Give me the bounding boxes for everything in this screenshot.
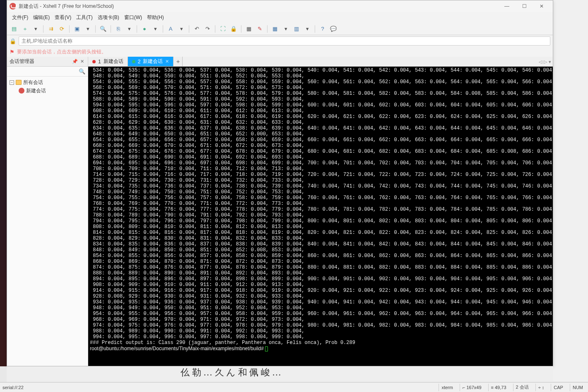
chat-icon[interactable]: 💬 [329, 24, 338, 34]
pin-icon[interactable]: 📌 [71, 59, 79, 64]
tab-2-label: 新建会话 [143, 58, 163, 65]
tab-bar: 1 新建会话 2 新建会话 ✕ ＋ ◁ ▷ ▾ [88, 57, 553, 67]
tip-text: 要添加当前会话，点击左侧的箭头按钮。 [17, 48, 106, 55]
tree-root-label: 所有会话 [23, 79, 43, 86]
tab-next-icon[interactable]: ▷ [544, 59, 547, 65]
maximize-button[interactable]: ☐ [516, 0, 533, 12]
pencil-icon[interactable]: ✎ [255, 24, 264, 34]
layout-icon[interactable]: ▥ [292, 24, 301, 34]
status-size: ⌐ 167x49 [460, 384, 484, 391]
desktop-left-strip [0, 0, 7, 366]
tab-prev-icon[interactable]: ◁ [539, 59, 542, 65]
folder-icon [16, 80, 22, 85]
terminal-output: 534: 0.004, 535: 0.004, 536: 0.004, 537:… [90, 67, 551, 352]
lock-icon[interactable]: 🔒 [229, 24, 238, 34]
address-bar: 🔒 [7, 35, 553, 47]
menu-file[interactable]: 文件(F) [10, 12, 31, 23]
search-icon[interactable]: 🔍 [99, 24, 108, 34]
dropdown4-icon[interactable]: ▾ [151, 24, 160, 34]
sidebar-header: 会话管理器 📌 ✕ [7, 57, 88, 67]
desktop-right-gap [553, 0, 588, 382]
dropdown3-icon[interactable]: ▾ [125, 24, 134, 34]
status-cap: CAP [551, 384, 566, 391]
grid-icon[interactable]: ▦ [270, 24, 280, 34]
tab-2-num: 2 [138, 59, 141, 65]
refresh-icon[interactable]: ⟳ [57, 24, 66, 34]
tree-root[interactable]: − 所有会话 [8, 78, 87, 87]
new-file-icon[interactable]: ▤ [10, 24, 19, 34]
menu-tabs[interactable]: 选项卡(B) [95, 12, 122, 23]
tab-1[interactable]: 1 新建会话 [88, 57, 128, 66]
sidebar-close-icon[interactable]: ✕ [79, 59, 85, 64]
status-num: NUM [570, 384, 586, 391]
font-icon[interactable]: A [166, 24, 175, 34]
titlebar[interactable]: 新建会话 - Xshell 7 (Free for Home/School) —… [7, 0, 553, 12]
status-position: ≡ 49,73 [488, 384, 509, 391]
new-tab-button[interactable]: ＋ [174, 57, 183, 66]
sidebar-search-row: 🔍 [7, 67, 88, 77]
toolbar: ▤ ＋ ▾ ⇉ ⟳ ▣ ▾ 🔍 ⎘ ▾ ● ▾ A ▾ ↶ ↷ ⛶ 🔒 ▦ ✎ … [7, 23, 553, 35]
help-icon[interactable]: ? [318, 24, 327, 34]
status-connection: serial://:22 [2, 385, 24, 390]
menubar: 文件(F) 编辑(E) 查看(V) 工具(T) 选项卡(B) 窗口(W) 帮助(… [7, 12, 553, 23]
status-bar: serial://:22 xterm ⌐ 167x49 ≡ 49,73 2 会话… [0, 382, 588, 392]
window-title: 新建会话 - Xshell 7 (Free for Home/School) [19, 3, 114, 10]
tab-status-icon [132, 60, 135, 63]
address-input[interactable] [19, 36, 550, 46]
sidebar-search-icon[interactable]: 🔍 [79, 68, 85, 75]
dropdown2-icon[interactable]: ▾ [83, 24, 92, 34]
status-term-type: xterm [439, 384, 455, 391]
close-button[interactable]: ✕ [533, 0, 550, 12]
main-area: 1 新建会话 2 新建会话 ✕ ＋ ◁ ▷ ▾ 534: 0.004, 535:… [88, 57, 553, 366]
status-extra: ÷ ↕ [535, 384, 547, 391]
menu-edit[interactable]: 编辑(E) [31, 12, 52, 23]
dropdown7-icon[interactable]: ▾ [303, 24, 312, 34]
menu-window[interactable]: 窗口(W) [122, 12, 145, 23]
tab-1-num: 1 [98, 59, 101, 65]
addr-lock-icon: 🔒 [10, 38, 16, 44]
dropdown6-icon[interactable]: ▾ [281, 24, 290, 34]
collapse-icon[interactable]: − [10, 80, 14, 85]
session-tree: − 所有会话 新建会话 [7, 77, 88, 366]
tab-status-icon [92, 60, 96, 63]
globe-icon[interactable]: ● [140, 24, 149, 34]
copy-icon[interactable]: ⎘ [114, 24, 123, 34]
tree-session-label: 新建会话 [26, 87, 46, 94]
tab-nav: ◁ ▷ ▾ [539, 57, 551, 67]
dropdown-icon[interactable]: ▾ [31, 24, 40, 34]
tab-menu-icon[interactable]: ▾ [549, 59, 551, 65]
link-icon[interactable]: ⇉ [46, 24, 55, 34]
ruler-icon[interactable]: ▦ [244, 24, 253, 34]
flag-icon: ⚑ [10, 49, 14, 55]
terminal-cursor [265, 346, 268, 351]
expand-icon[interactable]: ⛶ [218, 24, 227, 34]
sidebar: 会话管理器 📌 ✕ 🔍 − 所有会话 新建会话 [7, 57, 88, 366]
background-strip: 仫 勒 … 久 ん 和 佩 峻 … [7, 366, 553, 382]
terminal[interactable]: 534: 0.004, 535: 0.004, 536: 0.004, 537:… [88, 67, 553, 366]
forward-icon[interactable]: ↷ [203, 24, 212, 34]
folder-icon[interactable]: ▣ [72, 24, 82, 34]
dropdown5-icon[interactable]: ▾ [177, 24, 186, 34]
app-icon [10, 3, 16, 10]
tab-close-icon[interactable]: ✕ [165, 59, 169, 64]
back-icon[interactable]: ↶ [192, 24, 201, 34]
menu-tools[interactable]: 工具(T) [74, 12, 95, 23]
sidebar-title: 会话管理器 [10, 58, 34, 65]
session-icon [19, 88, 24, 94]
tree-session[interactable]: 新建会话 [8, 87, 87, 95]
body: 会话管理器 📌 ✕ 🔍 − 所有会话 新建会话 [7, 57, 553, 366]
menu-help[interactable]: 帮助(H) [145, 12, 166, 23]
xshell-window: 新建会话 - Xshell 7 (Free for Home/School) —… [7, 0, 553, 366]
menu-view[interactable]: 查看(V) [52, 12, 74, 23]
status-sessions: 2 会话 [513, 384, 531, 391]
tip-bar: ⚑ 要添加当前会话，点击左侧的箭头按钮。 [7, 47, 553, 57]
plus-icon[interactable]: ＋ [20, 24, 29, 34]
minimize-button[interactable]: — [498, 0, 516, 12]
tab-2[interactable]: 2 新建会话 ✕ [128, 57, 174, 66]
tab-1-label: 新建会话 [104, 58, 123, 65]
